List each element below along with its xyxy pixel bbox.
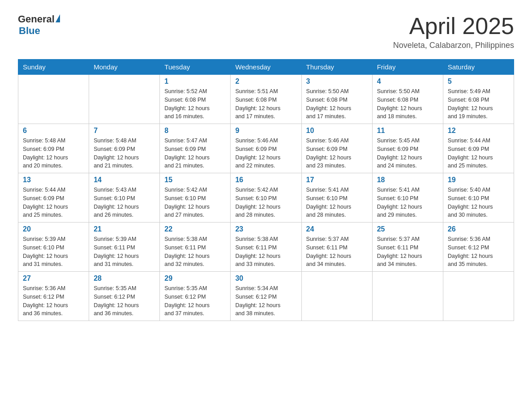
calendar-cell: 20Sunrise: 5:39 AM Sunset: 6:10 PM Dayli…: [18, 223, 89, 272]
calendar-cell: 14Sunrise: 5:43 AM Sunset: 6:10 PM Dayli…: [89, 173, 160, 223]
day-info: Sunrise: 5:40 AM Sunset: 6:10 PM Dayligh…: [448, 186, 509, 219]
day-info: Sunrise: 5:49 AM Sunset: 6:08 PM Dayligh…: [448, 87, 509, 121]
logo-blue: Blue: [19, 25, 60, 37]
day-info: Sunrise: 5:44 AM Sunset: 6:09 PM Dayligh…: [448, 137, 509, 170]
calendar-cell: 16Sunrise: 5:42 AM Sunset: 6:10 PM Dayli…: [231, 173, 301, 223]
calendar-cell: 7Sunrise: 5:48 AM Sunset: 6:09 PM Daylig…: [89, 124, 160, 173]
day-number: 30: [235, 274, 296, 283]
week-row-3: 13Sunrise: 5:44 AM Sunset: 6:09 PM Dayli…: [18, 173, 514, 223]
day-number: 14: [94, 176, 155, 184]
day-number: 13: [23, 176, 84, 184]
day-info: Sunrise: 5:38 AM Sunset: 6:11 PM Dayligh…: [164, 235, 226, 269]
title-section: April 2025 Noveleta, Calabarzon, Philipp…: [393, 13, 514, 50]
day-number: 20: [23, 225, 84, 233]
calendar-cell: 5Sunrise: 5:49 AM Sunset: 6:08 PM Daylig…: [443, 75, 514, 124]
logo-general: General: [18, 13, 55, 25]
day-info: Sunrise: 5:46 AM Sunset: 6:09 PM Dayligh…: [235, 137, 296, 170]
day-number: 9: [235, 127, 296, 135]
day-number: 21: [94, 225, 155, 233]
calendar-header-monday: Monday: [89, 60, 160, 75]
calendar-header-sunday: Sunday: [18, 60, 89, 75]
calendar-cell: 9Sunrise: 5:46 AM Sunset: 6:09 PM Daylig…: [231, 124, 301, 173]
calendar-cell: 21Sunrise: 5:39 AM Sunset: 6:11 PM Dayli…: [89, 223, 160, 272]
calendar-cell: 26Sunrise: 5:36 AM Sunset: 6:12 PM Dayli…: [443, 223, 514, 272]
calendar-cell: 28Sunrise: 5:35 AM Sunset: 6:12 PM Dayli…: [89, 272, 160, 321]
day-info: Sunrise: 5:41 AM Sunset: 6:10 PM Dayligh…: [377, 186, 438, 219]
day-info: Sunrise: 5:39 AM Sunset: 6:10 PM Dayligh…: [23, 235, 84, 269]
calendar-cell: 1Sunrise: 5:52 AM Sunset: 6:08 PM Daylig…: [160, 75, 231, 124]
calendar-cell: 17Sunrise: 5:41 AM Sunset: 6:10 PM Dayli…: [301, 173, 372, 223]
day-info: Sunrise: 5:44 AM Sunset: 6:09 PM Dayligh…: [23, 186, 84, 219]
day-info: Sunrise: 5:48 AM Sunset: 6:09 PM Dayligh…: [94, 137, 155, 170]
day-number: 1: [164, 77, 226, 86]
location-subtitle: Noveleta, Calabarzon, Philippines: [393, 41, 514, 50]
calendar-header-friday: Friday: [372, 60, 443, 75]
day-info: Sunrise: 5:41 AM Sunset: 6:10 PM Dayligh…: [306, 186, 368, 219]
day-number: 23: [235, 225, 296, 233]
day-info: Sunrise: 5:42 AM Sunset: 6:10 PM Dayligh…: [235, 186, 296, 219]
day-info: Sunrise: 5:37 AM Sunset: 6:11 PM Dayligh…: [306, 235, 368, 269]
calendar-cell: 6Sunrise: 5:48 AM Sunset: 6:09 PM Daylig…: [18, 124, 89, 173]
calendar-cell: [443, 272, 514, 321]
logo-triangle-icon: [56, 14, 60, 22]
calendar-cell: 11Sunrise: 5:45 AM Sunset: 6:09 PM Dayli…: [372, 124, 443, 173]
day-info: Sunrise: 5:48 AM Sunset: 6:09 PM Dayligh…: [23, 137, 84, 170]
day-number: 5: [448, 77, 509, 86]
day-info: Sunrise: 5:35 AM Sunset: 6:12 PM Dayligh…: [164, 284, 226, 318]
day-info: Sunrise: 5:39 AM Sunset: 6:11 PM Dayligh…: [94, 235, 155, 269]
day-number: 4: [377, 77, 438, 86]
day-info: Sunrise: 5:36 AM Sunset: 6:12 PM Dayligh…: [23, 284, 84, 318]
week-row-5: 27Sunrise: 5:36 AM Sunset: 6:12 PM Dayli…: [18, 272, 514, 321]
day-number: 6: [23, 127, 84, 135]
calendar-cell: 19Sunrise: 5:40 AM Sunset: 6:10 PM Dayli…: [443, 173, 514, 223]
day-info: Sunrise: 5:45 AM Sunset: 6:09 PM Dayligh…: [377, 137, 438, 170]
day-number: 22: [164, 225, 226, 233]
calendar-cell: [301, 272, 372, 321]
month-title: April 2025: [393, 13, 514, 39]
calendar-cell: 23Sunrise: 5:38 AM Sunset: 6:11 PM Dayli…: [231, 223, 301, 272]
calendar-cell: 15Sunrise: 5:42 AM Sunset: 6:10 PM Dayli…: [160, 173, 231, 223]
day-number: 19: [448, 176, 509, 184]
day-number: 26: [448, 225, 509, 233]
day-info: Sunrise: 5:52 AM Sunset: 6:08 PM Dayligh…: [164, 87, 226, 121]
day-number: 29: [164, 274, 226, 283]
calendar-cell: 13Sunrise: 5:44 AM Sunset: 6:09 PM Dayli…: [18, 173, 89, 223]
calendar-header-row: SundayMondayTuesdayWednesdayThursdayFrid…: [18, 60, 514, 75]
calendar-cell: 8Sunrise: 5:47 AM Sunset: 6:09 PM Daylig…: [160, 124, 231, 173]
calendar-cell: [89, 75, 160, 124]
day-number: 16: [235, 176, 296, 184]
day-info: Sunrise: 5:38 AM Sunset: 6:11 PM Dayligh…: [235, 235, 296, 269]
calendar-cell: [18, 75, 89, 124]
day-info: Sunrise: 5:50 AM Sunset: 6:08 PM Dayligh…: [377, 87, 438, 121]
day-info: Sunrise: 5:35 AM Sunset: 6:12 PM Dayligh…: [94, 284, 155, 318]
day-number: 18: [377, 176, 438, 184]
day-info: Sunrise: 5:50 AM Sunset: 6:08 PM Dayligh…: [306, 87, 368, 121]
day-number: 12: [448, 127, 509, 135]
calendar-cell: 29Sunrise: 5:35 AM Sunset: 6:12 PM Dayli…: [160, 272, 231, 321]
day-info: Sunrise: 5:46 AM Sunset: 6:09 PM Dayligh…: [306, 137, 368, 170]
calendar-header-thursday: Thursday: [301, 60, 372, 75]
day-number: 7: [94, 127, 155, 135]
calendar-table: SundayMondayTuesdayWednesdayThursdayFrid…: [18, 59, 514, 321]
day-info: Sunrise: 5:34 AM Sunset: 6:12 PM Dayligh…: [235, 284, 296, 318]
calendar-cell: 30Sunrise: 5:34 AM Sunset: 6:12 PM Dayli…: [231, 272, 301, 321]
day-number: 11: [377, 127, 438, 135]
week-row-2: 6Sunrise: 5:48 AM Sunset: 6:09 PM Daylig…: [18, 124, 514, 173]
day-number: 10: [306, 127, 368, 135]
calendar-cell: 18Sunrise: 5:41 AM Sunset: 6:10 PM Dayli…: [372, 173, 443, 223]
day-number: 27: [23, 274, 84, 283]
calendar-cell: 27Sunrise: 5:36 AM Sunset: 6:12 PM Dayli…: [18, 272, 89, 321]
day-info: Sunrise: 5:37 AM Sunset: 6:11 PM Dayligh…: [377, 235, 438, 269]
week-row-4: 20Sunrise: 5:39 AM Sunset: 6:10 PM Dayli…: [18, 223, 514, 272]
calendar-cell: 24Sunrise: 5:37 AM Sunset: 6:11 PM Dayli…: [301, 223, 372, 272]
day-number: 3: [306, 77, 368, 86]
day-number: 17: [306, 176, 368, 184]
day-number: 15: [164, 176, 226, 184]
calendar-header-saturday: Saturday: [443, 60, 514, 75]
day-info: Sunrise: 5:43 AM Sunset: 6:10 PM Dayligh…: [94, 186, 155, 219]
calendar-cell: 10Sunrise: 5:46 AM Sunset: 6:09 PM Dayli…: [301, 124, 372, 173]
calendar-cell: [372, 272, 443, 321]
calendar-cell: 4Sunrise: 5:50 AM Sunset: 6:08 PM Daylig…: [372, 75, 443, 124]
day-info: Sunrise: 5:42 AM Sunset: 6:10 PM Dayligh…: [164, 186, 226, 219]
day-number: 25: [377, 225, 438, 233]
